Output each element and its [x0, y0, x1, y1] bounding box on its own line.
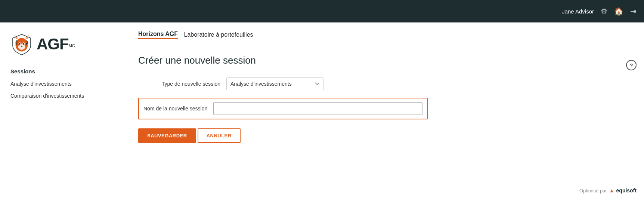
footer-brand-name: equisoft — [616, 188, 637, 194]
home-icon[interactable]: 🏠 — [614, 7, 623, 16]
svg-point-8 — [19, 43, 21, 45]
agf-tiger-icon — [10, 33, 33, 55]
gear-icon[interactable]: ⚙ — [601, 7, 607, 16]
main-layout: AGFMC Sessions Analyse d'investissements… — [0, 22, 644, 198]
form-type-label: Type de nouvelle session — [138, 81, 220, 87]
page-header: Horizons AGF Laboratoire à portefeuilles — [123, 22, 644, 43]
breadcrumb: Horizons AGF Laboratoire à portefeuilles — [138, 31, 629, 39]
help-icon[interactable]: ? — [626, 60, 637, 70]
form-type-select[interactable]: Analyse d'investissements Comparaison d'… — [226, 77, 323, 90]
breadcrumb-current: Laboratoire à portefeuilles — [184, 31, 253, 38]
username-label: Jane Advisor — [562, 8, 594, 15]
session-name-label: Nom de la nouvelle session — [143, 106, 207, 112]
form-section: Créer une nouvelle session Type de nouve… — [123, 43, 644, 198]
form-type-row: Type de nouvelle session Analyse d'inves… — [138, 77, 629, 90]
session-name-input[interactable] — [213, 102, 422, 115]
sidebar-nav-title: Sessions — [10, 68, 112, 74]
buttons-row: SAUVEGARDER ANNULER — [138, 128, 629, 143]
top-bar: Jane Advisor ⚙ 🏠 ⇥ — [0, 0, 644, 22]
footer-brand: ▲ equisoft — [609, 188, 637, 194]
sidebar-nav: Sessions Analyse d'investissements Compa… — [0, 64, 123, 106]
form-title: Créer une nouvelle session — [138, 55, 629, 66]
content-area: Horizons AGF Laboratoire à portefeuilles… — [123, 22, 644, 198]
svg-point-9 — [23, 43, 24, 45]
sidebar-item-analyse[interactable]: Analyse d'investissements — [10, 78, 112, 90]
equisoft-triangle-icon: ▲ — [609, 188, 614, 194]
footer: Optimisé par ▲ equisoft — [579, 188, 637, 194]
cancel-button[interactable]: ANNULER — [198, 128, 241, 143]
svg-point-5 — [18, 44, 25, 50]
footer-prefix: Optimisé par — [579, 188, 607, 194]
agf-logo-text: AGFMC — [37, 35, 75, 53]
logout-icon[interactable]: ⇥ — [630, 7, 637, 16]
breadcrumb-link[interactable]: Horizons AGF — [138, 31, 178, 39]
breadcrumb-separator — [180, 31, 182, 38]
save-button[interactable]: SAUVEGARDER — [138, 128, 196, 143]
session-name-row: Nom de la nouvelle session — [138, 98, 428, 119]
sidebar-item-comparaison[interactable]: Comparaison d'investissements — [10, 90, 112, 102]
sidebar: AGFMC Sessions Analyse d'investissements… — [0, 22, 123, 198]
svg-point-10 — [21, 46, 23, 47]
sidebar-logo: AGFMC — [0, 22, 123, 64]
